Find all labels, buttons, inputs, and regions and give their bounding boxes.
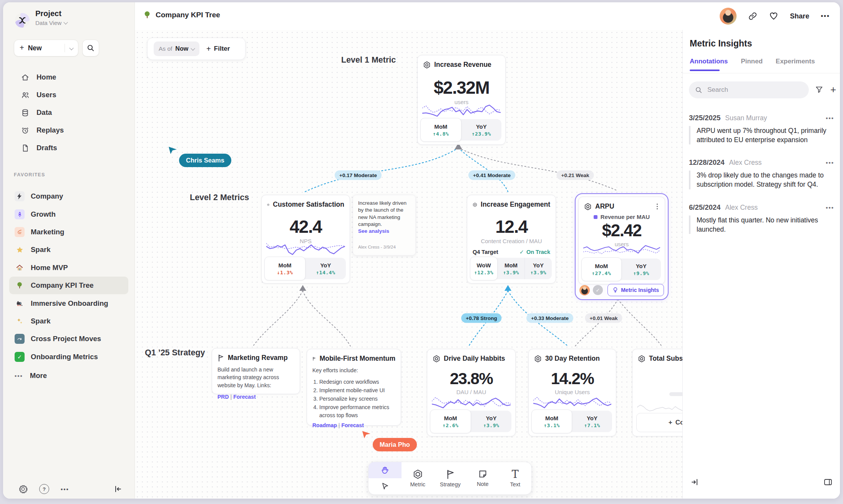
metric-card-30-day-retention[interactable]: 30 Day Retention 14.2% Unique Users MoM↑… [528, 349, 616, 436]
search-icon [695, 86, 702, 94]
edge-badge: +0.33 Moderate [526, 313, 573, 323]
stat-wow[interactable]: WoW↑12.3% [470, 257, 498, 280]
project-title: Project [35, 9, 61, 18]
annotation-date: 12/28/2024 [689, 158, 725, 167]
settings-gear-icon[interactable] [18, 484, 28, 494]
metric-value: 42.4 [262, 216, 350, 237]
see-analysis-link[interactable]: See analysis [358, 228, 389, 234]
hand-tool[interactable] [368, 462, 402, 478]
favorite-heart-icon[interactable] [769, 12, 778, 21]
stat-yoy[interactable]: YoY↑3.9% [471, 411, 511, 432]
metric-insights-button[interactable]: Metric Insights [607, 284, 664, 296]
metric-card-customer-satisfaction[interactable]: Customer Satisfaction 42.4 NPS MoM↓1.3% … [261, 195, 350, 284]
stat-mom[interactable]: MoM↑3.9% [498, 258, 524, 279]
check-icon: ✓ [15, 352, 25, 362]
strategy-card-mobile-first[interactable]: Mobile-First Momentum Key efforts includ… [307, 349, 401, 426]
roadmap-link[interactable]: Roadmap [312, 422, 337, 428]
favorite-growth[interactable]: Growth [9, 205, 128, 223]
metric-card-drive-daily-habbits[interactable]: Drive Daily Habbits 23.8% DAU / MAU MoM↑… [427, 349, 516, 436]
tab-pinned[interactable]: Pinned [741, 58, 763, 65]
workspace-switcher[interactable]: Data View [35, 20, 67, 26]
favorite-immersive-onboarding[interactable]: Immersive Onboarding [9, 294, 128, 312]
stat-mom[interactable]: MoM↑3.1% [531, 410, 572, 433]
metric-card-arpu[interactable]: ARPU Revenue per MAU $2.42 users MoM↑27.… [578, 197, 665, 284]
collapse-panel-icon[interactable] [690, 478, 699, 486]
metric-card-increase-revenue[interactable]: Increase Revenue $2.32M users MoM↑4.8% Y… [417, 55, 506, 145]
project-logo[interactable] [15, 13, 30, 28]
sidebar-more[interactable]: ••• More [15, 368, 47, 383]
annotation-menu-icon[interactable]: ••• [826, 204, 834, 211]
metric-title: Drive Daily Habbits [444, 355, 505, 363]
sidebar-item-home[interactable]: Home [3, 68, 134, 86]
favorite-label: Immersive Onboarding [31, 299, 108, 308]
stat-mom[interactable]: MoM↑27.4% [581, 257, 622, 281]
divider [683, 73, 840, 73]
tab-experiments[interactable]: Experiments [776, 58, 815, 65]
sidebar-item-replays[interactable]: Replays [3, 121, 134, 139]
tab-annotations[interactable]: Annotations [690, 58, 728, 65]
filter-funnel-icon[interactable] [815, 85, 823, 94]
metric-stats: WoW↑12.3% MoM↑3.9% YoY↑3.9% [471, 258, 552, 279]
help-icon[interactable]: ? [39, 484, 49, 494]
favorite-label: Spark [31, 317, 50, 325]
sidebar-search-button[interactable] [82, 40, 99, 56]
cursor-name-label: Chris Seams [179, 154, 231, 167]
metric-title: Increase Revenue [434, 61, 491, 69]
kebab-menu-icon[interactable] [655, 203, 659, 211]
tool-text[interactable]: T Text [499, 462, 532, 494]
stat-mom[interactable]: MoM↓1.3% [264, 257, 305, 280]
search-input[interactable] [707, 86, 793, 94]
overflow-menu-icon[interactable]: ••• [821, 12, 830, 20]
add-annotation-icon[interactable]: + [830, 84, 836, 96]
stat-yoy[interactable]: YoY↑9.9% [622, 259, 661, 280]
stat-yoy[interactable]: YoY↑7.1% [572, 411, 612, 432]
collapse-sidebar-icon[interactable] [114, 485, 122, 493]
sidebar-item-data[interactable]: Data [3, 104, 134, 121]
tool-note[interactable]: Note [466, 462, 499, 494]
strategy-card-marketing-revamp[interactable]: Marketing Revamp Build and launch a new … [212, 348, 300, 394]
prd-link[interactable]: PRD [217, 394, 229, 400]
annotation-item[interactable]: 6/25/2024 Alex Cress ••• Mostly flat thi… [689, 203, 834, 234]
more-options-icon[interactable]: ••• [61, 486, 69, 492]
tool-strategy[interactable]: Strategy [434, 462, 467, 494]
annotation-menu-icon[interactable]: ••• [826, 159, 834, 166]
forecast-link[interactable]: Forecast [341, 422, 363, 428]
forecast-link[interactable]: Forecast [233, 394, 256, 400]
active-tab-underline [690, 70, 720, 71]
add-filter-button[interactable]: + Filter [206, 45, 230, 53]
select-tool[interactable] [368, 478, 402, 494]
copy-link-icon[interactable] [748, 12, 757, 21]
tool-metric[interactable]: Metric [402, 462, 434, 494]
layout-panel-icon[interactable] [823, 478, 833, 486]
favorite-onboarding-metrics[interactable]: ✓ Onboarding Metrics [9, 348, 128, 366]
annotation-item[interactable]: 3/25/2025 Susan Murray ••• ARPU went up … [689, 114, 834, 144]
chevron-down-icon[interactable] [69, 46, 73, 50]
metric-card-increase-engagement[interactable]: Increase Engagement 12.4 Content Creatio… [467, 195, 556, 284]
share-button[interactable]: Share [790, 12, 809, 20]
verified-check-icon: ✓ [593, 285, 603, 295]
user-avatar[interactable] [720, 8, 737, 25]
metric-stats: MoM↑4.8% YoY↑23.9% [422, 119, 501, 141]
favorite-spark[interactable]: Spark [9, 241, 128, 259]
stat-yoy[interactable]: YoY↑23.9% [461, 119, 502, 141]
annotations-search[interactable] [689, 81, 809, 98]
sidebar-item-drafts[interactable]: Drafts [3, 139, 134, 157]
annotation-item[interactable]: 12/28/2024 Alex Cress ••• 3% drop likely… [689, 158, 834, 189]
collaborator-cursor-maria: Maria Pho [361, 429, 417, 451]
metric-card-arpu-selected[interactable]: ARPU Revenue per MAU $2.42 users MoM↑27.… [575, 193, 669, 300]
stat-mom[interactable]: MoM↑4.8% [420, 118, 461, 142]
favorite-home-mvp[interactable]: Home MVP [9, 259, 128, 277]
favorite-cross-project-moves[interactable]: Cross Project Moves [9, 330, 128, 348]
stat-yoy[interactable]: YoY↑14.4% [305, 258, 346, 279]
canvas-note[interactable]: Increase likely driven by the launch of … [353, 195, 416, 255]
as-of-selector[interactable]: As of Now [154, 41, 199, 56]
stat-yoy[interactable]: YoY↑3.9% [524, 258, 552, 279]
favorite-company[interactable]: Company [9, 187, 128, 205]
sidebar-item-users[interactable]: Users [3, 86, 134, 104]
new-button[interactable]: + New [14, 40, 78, 56]
favorite-marketing[interactable]: Marketing [9, 223, 128, 241]
annotation-menu-icon[interactable]: ••• [826, 115, 834, 121]
favorite-company-kpi-tree[interactable]: Company KPI Tree [9, 277, 128, 294]
favorite-spark-2[interactable]: Spark [9, 312, 128, 330]
stat-mom[interactable]: MoM↑2.6% [430, 410, 471, 433]
